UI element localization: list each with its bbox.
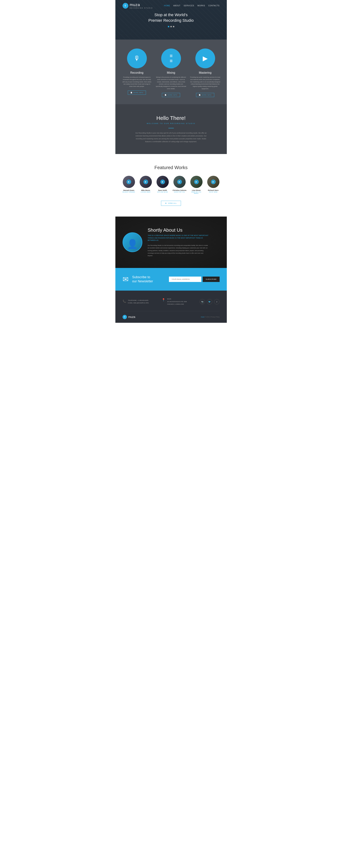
footer-address: 📍 MUZA 28 JACKSON BLVD STE 1508 CHICAGO,… [162,298,187,306]
work-name-4: Lisa Glover [192,189,201,192]
play-icon: ▶ [203,55,208,62]
newsletter-email-input[interactable] [169,277,201,282]
play-button-2[interactable]: ▶ [160,180,165,184]
work-track-1: LOCKED AWAY [141,191,151,193]
nav-contacts[interactable]: CONTACTS [208,5,219,7]
works-section: Featured Works ▶ Hannah Evans WILDEST DR… [115,154,227,217]
about-highlight: THIS IS A CREATIVE SPACE WHERE MUSIC IS … [148,234,209,242]
work-item-4: ▶ Lisa Glover WHAT DO YOU MEAN? [189,176,204,194]
about-content: Shortly About Us THIS IS A CREATIVE SPAC… [148,227,220,257]
footer-address-text: MUZA 28 JACKSON BLVD STE 1508 CHICAGO, I… [167,298,187,306]
footer-info-grid: 📞 TELEPHONE: +1 800-803-8025 E-MAIL: MAI… [123,298,220,306]
work-name-1: Mike Moore [141,189,150,192]
social-links: 📷 🐦 f [200,299,219,304]
about-title: Shortly About Us [148,227,220,233]
recording-desc: Providing recording and rehearsal space … [122,76,152,88]
doc-icon-2: 📄 [165,94,166,96]
mastering-desc: Providing top audio mastering services f… [190,76,220,90]
work-track-2: HOTLINE BLING [157,191,168,193]
nav-works[interactable]: WORKS [197,5,205,7]
newsletter-subscribe-button[interactable]: SUBSCRIBE [203,277,219,282]
work-avatar-4[interactable]: ▶ [190,176,203,188]
work-avatar-1[interactable]: ▶ [139,176,152,188]
mixing-title: Mixing [167,71,175,74]
about-section: 👤 Shortly About Us THIS IS A CREATIVE SP… [115,217,227,268]
grid-icon: ⊞ [165,203,167,204]
about-body: Our Recording Studio is a full full-serv… [148,244,209,257]
doc-icon: 📄 [130,92,132,93]
services-grid: 🎙 Recording Providing recording and rehe… [121,49,221,97]
view-all-button[interactable]: ⊞ VIEW ALL [161,201,181,206]
instagram-button[interactable]: 📷 [200,299,205,304]
phone-icon: 📞 [123,300,126,303]
service-mixing: ≡≡ Mixing Mixing is the process of combi… [156,49,186,97]
hello-title: Hello There! [123,115,220,121]
hello-subtitle: WELCOME TO OUR RECORDING STUDIO [123,123,220,124]
work-avatar-0[interactable]: ▶ [123,176,135,188]
mixing-desc: Mixing is the process of combining the d… [156,76,186,90]
hello-body: Our Recording Studio is your one-stop sp… [133,131,209,143]
microphone-icon: 🎙 [134,55,140,62]
hero-dot-2[interactable] [170,26,172,27]
footer-logo-icon: 🎙 [123,315,127,319]
service-mastering: ▶ Mastering Providing top audio masterin… [190,49,220,97]
logo[interactable]: 🎙 muza RECORDING STUDIO [123,2,153,9]
newsletter-section: ✉ Subscribe toour Newsletter SUBSCRIBE [115,268,227,291]
hero-title: Stop at the World'sPremier Recording Stu… [149,12,194,23]
play-button-3[interactable]: ▶ [177,180,182,184]
footer-logo[interactable]: 🎙 muza [123,315,135,319]
work-name-3: Christina Calonna [173,189,186,192]
logo-icon: 🎙 [123,3,128,9]
hero-dots [168,26,174,27]
nav-services[interactable]: SERVICES [184,5,194,7]
logo-text-wrap: muza RECORDING STUDIO [130,2,153,9]
work-track-3: GOOD FOR YOU [174,191,185,193]
recording-more-info-button[interactable]: 📄 MORE INFO [128,91,146,95]
work-track-4: WHAT DO YOU MEAN? [189,191,204,194]
footer-phone: 📞 TELEPHONE: +1 800-803-8025 E-MAIL: MAI… [123,299,149,304]
work-name-2: Dave Smith [158,189,167,192]
services-section: 🎙 Recording Providing recording and rehe… [115,39,227,104]
hello-section: Hello There! WELCOME TO OUR RECORDING ST… [115,104,227,154]
footer-phone-text: TELEPHONE: +1 800-803-8025 E-MAIL: MAIL@… [128,299,149,304]
footer-brand-accent: muza [201,316,204,318]
play-button-5[interactable]: ▶ [211,180,216,184]
hero-dot-1[interactable] [168,26,169,27]
work-avatar-3[interactable]: ▶ [174,176,186,188]
mastering-circle: ▶ [195,49,215,68]
brand-tagline: RECORDING STUDIO [130,7,153,9]
service-recording: 🎙 Recording Providing recording and rehe… [122,49,152,97]
work-item-3: ▶ Christina Calonna GOOD FOR YOU [173,176,187,194]
play-button-4[interactable]: ▶ [194,180,199,184]
work-track-5: ON MY MIND [209,191,218,193]
nav-about[interactable]: ABOUT [174,5,181,7]
twitter-button[interactable]: 🐦 [207,299,212,304]
footer-bottom: 🎙 muza muza © 2016 | Privacy Policy [123,311,220,319]
nav-home[interactable]: HOME [164,5,170,7]
facebook-button[interactable]: f [214,299,219,304]
work-track-0: WILDEST DREAMS [123,191,135,193]
works-grid: ▶ Hannah Evans WILDEST DREAMS ▶ Mike Moo… [121,176,221,194]
doc-icon-3: 📄 [199,94,201,96]
recording-circle: 🎙 [127,49,147,68]
nav-links: HOME ABOUT SERVICES WORKS CONTACTS [164,5,220,7]
play-button-1[interactable]: ▶ [144,180,148,184]
work-item-5: ▶ Richard Stern ON MY MIND [206,176,220,194]
work-item-1: ▶ Mike Moore LOCKED AWAY [138,176,153,194]
work-item-2: ▶ Dave Smith HOTLINE BLING [155,176,170,194]
footer: 📞 TELEPHONE: +1 800-803-8025 E-MAIL: MAI… [115,290,227,322]
mixing-circle: ≡≡ [161,49,181,68]
play-button-0[interactable]: ▶ [126,180,131,184]
location-icon: 📍 [162,298,165,302]
work-avatar-5[interactable]: ▶ [207,176,219,188]
mastering-title: Mastering [199,71,211,74]
hero-dot-3[interactable] [173,26,174,27]
footer-copyright: muza © 2016 | Privacy Policy [201,316,219,318]
work-avatar-2[interactable]: ▶ [157,176,169,188]
work-name-0: Hannah Evans [123,189,134,192]
person-icon: 👤 [127,239,138,249]
newsletter-form: SUBSCRIBE [169,277,219,282]
mastering-more-info-button[interactable]: 📄 MORE INFO [196,93,214,97]
mixing-more-info-button[interactable]: 📄 MORE INFO [162,93,180,97]
work-item-0: ▶ Hannah Evans WILDEST DREAMS [122,176,136,194]
